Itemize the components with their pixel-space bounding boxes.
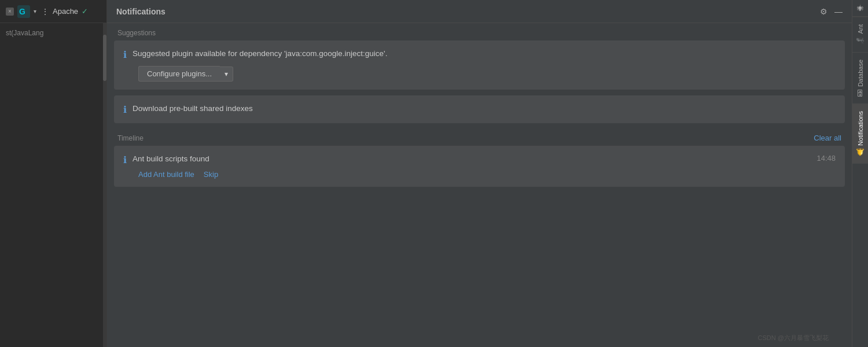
notifications-panel: Notifications ⚙ — Suggestions ℹ Suggeste… xyxy=(107,0,852,347)
check-icon: ✓ xyxy=(82,7,88,16)
shared-indexes-text: Download pre-built shared indexes xyxy=(133,104,836,115)
timeline-label: Timeline xyxy=(117,134,144,142)
notification-row-2: ℹ Download pre-built shared indexes xyxy=(123,104,836,115)
ide-logo: G xyxy=(17,5,30,18)
sidebar-header: × G ▾ ⋮ Apache ✓ xyxy=(0,0,106,23)
settings-icon[interactable]: ⚙ xyxy=(820,7,827,16)
timeline-left: ℹ Ant build scripts found xyxy=(123,154,816,165)
close-button[interactable]: × xyxy=(6,8,14,16)
ant-tab-label: Ant xyxy=(857,24,864,34)
info-icon-3: ℹ xyxy=(123,154,127,165)
timeline-header: Timeline Clear all xyxy=(107,129,852,146)
skip-button[interactable]: Skip xyxy=(204,170,218,179)
notifications-tab-label: Notifications xyxy=(857,111,864,146)
code-text: st(JavaLang xyxy=(0,28,106,38)
right-tabs: 🕷 🐜 Ant 🗄 Database 🔔 Notifications xyxy=(852,0,868,347)
plugin-suggestion-card: ℹ Suggested plugin available for depende… xyxy=(114,40,845,90)
bug-icon: 🕷 xyxy=(857,5,863,12)
panel-header: Notifications ⚙ — xyxy=(107,0,852,23)
info-icon-2: ℹ xyxy=(123,104,127,115)
plugin-suggestion-text: Suggested plugin available for dependenc… xyxy=(133,49,836,60)
timeline-card: ℹ Ant build scripts found 14:48 Add Ant … xyxy=(114,146,845,187)
notifications-icon: 🔔 xyxy=(856,148,865,157)
shared-indexes-card: ℹ Download pre-built shared indexes xyxy=(114,95,845,123)
database-icon: 🗄 xyxy=(856,89,865,97)
notification-row: ℹ Suggested plugin available for depende… xyxy=(123,49,836,60)
right-tab-top-icon[interactable]: 🕷 xyxy=(852,0,868,17)
configure-dropdown-button[interactable]: ▾ xyxy=(220,67,233,82)
timeline-time: 14:48 xyxy=(816,154,836,163)
suggestions-label: Suggestions xyxy=(107,23,852,40)
clear-all-button[interactable]: Clear all xyxy=(814,134,841,142)
sidebar-content: st(JavaLang xyxy=(0,23,106,347)
more-options-icon[interactable]: ⋮ xyxy=(41,7,49,16)
scrollbar-thumb[interactable] xyxy=(103,35,106,81)
svg-text:G: G xyxy=(19,7,25,16)
footer-watermark: CSDN @六月暴雪飞梨花 xyxy=(758,334,829,342)
timeline-actions: Add Ant build file Skip xyxy=(138,170,836,179)
info-icon: ℹ xyxy=(123,49,127,60)
dropdown-icon: ▾ xyxy=(225,70,228,78)
panel-title: Notifications xyxy=(116,7,165,16)
configure-plugins-button[interactable]: Configure plugins... xyxy=(138,66,220,82)
sidebar-item-database[interactable]: 🗄 Database xyxy=(852,52,868,104)
notification-actions: Configure plugins... ▾ xyxy=(138,66,836,82)
ant-icon: 🐜 xyxy=(856,36,865,45)
add-ant-build-button[interactable]: Add Ant build file xyxy=(138,170,194,179)
header-actions: ⚙ — xyxy=(820,7,843,16)
sidebar-item-notifications[interactable]: 🔔 Notifications xyxy=(852,104,868,164)
database-tab-label: Database xyxy=(857,60,864,87)
chevron-down-icon[interactable]: ▾ xyxy=(34,8,36,14)
sidebar-scrollbar[interactable] xyxy=(103,23,106,347)
ant-build-text: Ant build scripts found xyxy=(133,154,816,165)
sidebar-item-ant[interactable]: 🐜 Ant xyxy=(852,17,868,52)
left-sidebar: × G ▾ ⋮ Apache ✓ st(JavaLang xyxy=(0,0,107,347)
notifications-content: Suggestions ℹ Suggested plugin available… xyxy=(107,23,852,347)
minimize-icon[interactable]: — xyxy=(834,7,843,16)
project-name: Apache xyxy=(53,7,78,16)
close-icon: × xyxy=(8,8,12,14)
timeline-row: ℹ Ant build scripts found 14:48 xyxy=(123,154,836,165)
